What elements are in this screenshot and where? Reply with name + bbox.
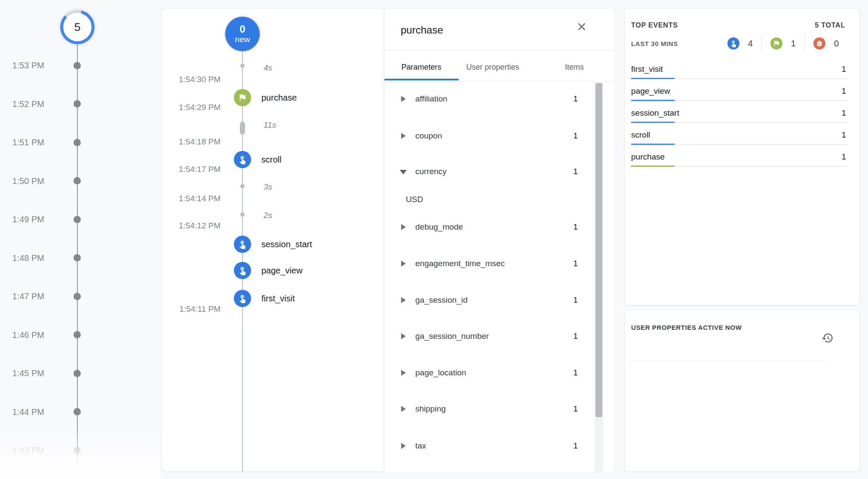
top-event-bar bbox=[631, 100, 847, 101]
scrollbar-thumb[interactable] bbox=[595, 83, 602, 417]
counter-value: 0 bbox=[834, 39, 839, 49]
debugview-page: 5 1:53 PM1:52 PM1:51 PM1:50 PM1:49 PM1:4… bbox=[0, 0, 868, 479]
tick-dot[interactable] bbox=[74, 293, 81, 300]
tick-label: 1:48 PM bbox=[0, 253, 44, 263]
expand-triangle-icon[interactable] bbox=[401, 96, 406, 102]
scrollbar-track[interactable] bbox=[595, 83, 603, 472]
tab-parameters[interactable]: Parameters bbox=[401, 62, 441, 72]
expand-triangle-icon[interactable] bbox=[401, 406, 406, 412]
stream-dot bbox=[240, 64, 245, 68]
user-properties-card: USER PROPERTIES ACTIVE NOW bbox=[624, 310, 860, 472]
top-event-bar bbox=[631, 144, 847, 145]
tick-dot[interactable] bbox=[74, 370, 81, 377]
stream-event-label[interactable]: scroll bbox=[261, 154, 282, 165]
stream-event-label[interactable]: page_view bbox=[261, 265, 303, 276]
conversion-event-icon[interactable] bbox=[234, 89, 251, 106]
parameter-name: page_location bbox=[415, 368, 466, 378]
tick-dot[interactable] bbox=[74, 408, 81, 415]
parameter-count: 1 bbox=[573, 166, 578, 177]
stream-event-label[interactable]: first_visit bbox=[261, 293, 295, 304]
tap-event-icon[interactable] bbox=[234, 151, 251, 168]
stream-duration: 4s bbox=[264, 63, 272, 73]
top-event-name: scroll bbox=[631, 130, 650, 140]
top-event-name: first_visit bbox=[631, 64, 663, 74]
tick-dot[interactable] bbox=[74, 447, 81, 454]
top-event-row[interactable]: first_visit1 bbox=[625, 59, 860, 81]
tap-event-icon[interactable] bbox=[234, 290, 251, 307]
collapse-triangle-icon[interactable] bbox=[400, 170, 407, 175]
top-event-bar-fill bbox=[631, 100, 675, 101]
top-event-bar-fill bbox=[631, 144, 675, 145]
tick-label: 1:43 PM bbox=[0, 445, 44, 455]
top-event-name: purchase bbox=[631, 152, 665, 162]
tick-dot[interactable] bbox=[74, 139, 81, 146]
stream-timestamp: 1:54:18 PM bbox=[162, 137, 221, 147]
tick-dot[interactable] bbox=[74, 100, 81, 107]
stream-dot bbox=[240, 212, 245, 217]
top-events-card: TOP EVENTS 5 TOTAL LAST 30 MINS 410 firs… bbox=[624, 8, 860, 305]
history-icon[interactable] bbox=[822, 332, 834, 344]
stream-pill bbox=[240, 122, 245, 135]
close-icon[interactable] bbox=[576, 21, 588, 33]
event-detail-panel: purchase ParametersUser propertiesItems … bbox=[384, 9, 614, 472]
tab-items[interactable]: Items bbox=[565, 62, 584, 72]
top-events-subtitle: LAST 30 MINS bbox=[631, 40, 678, 47]
expand-triangle-icon[interactable] bbox=[401, 370, 406, 376]
tick-dot[interactable] bbox=[74, 331, 81, 338]
parameter-count: 1 bbox=[573, 222, 578, 232]
tick-label: 1:50 PM bbox=[0, 176, 44, 186]
tick-dot[interactable] bbox=[74, 177, 81, 184]
expand-triangle-icon[interactable] bbox=[401, 261, 406, 267]
stream-timestamp: 1:54:12 PM bbox=[162, 221, 221, 230]
tick-label: 1:53 PM bbox=[0, 60, 44, 71]
top-event-name: session_start bbox=[631, 108, 679, 118]
tick-dot[interactable] bbox=[74, 62, 81, 69]
active-tab-underline bbox=[384, 79, 459, 80]
top-event-count: 1 bbox=[841, 108, 846, 118]
expand-triangle-icon[interactable] bbox=[401, 224, 406, 230]
tick-label: 1:45 PM bbox=[0, 368, 44, 378]
top-event-count: 1 bbox=[841, 86, 846, 96]
event-counter-value: 5 bbox=[63, 13, 92, 41]
parameter-count: 1 bbox=[573, 404, 578, 414]
divider bbox=[384, 50, 614, 50]
top-event-row[interactable]: session_start1 bbox=[625, 103, 860, 125]
top-events-title: TOP EVENTS bbox=[631, 21, 678, 29]
stream-event-label[interactable]: session_start bbox=[261, 239, 312, 249]
new-events-label: new bbox=[235, 35, 250, 44]
parameter-name: engagement_time_msec bbox=[415, 258, 505, 269]
parameter-name: debug_mode bbox=[415, 222, 463, 232]
stream-timestamp: 1:54:29 PM bbox=[162, 102, 221, 112]
event-counter-ring: 5 bbox=[60, 10, 95, 44]
top-event-row[interactable]: purchase1 bbox=[625, 147, 860, 169]
top-event-row[interactable]: page_view1 bbox=[625, 81, 860, 103]
expand-triangle-icon[interactable] bbox=[401, 333, 406, 339]
top-event-bar-fill bbox=[631, 166, 675, 167]
tap-icon bbox=[727, 37, 739, 49]
top-event-bar bbox=[631, 166, 847, 167]
tick-dot[interactable] bbox=[74, 254, 81, 261]
detail-title: purchase bbox=[401, 24, 443, 36]
tick-label: 1:52 PM bbox=[0, 99, 44, 109]
top-event-row[interactable]: scroll1 bbox=[625, 125, 860, 147]
tick-label: 1:51 PM bbox=[0, 137, 44, 147]
counter-divider bbox=[804, 35, 805, 52]
tab-user-properties[interactable]: User properties bbox=[466, 62, 519, 72]
parameter-count: 1 bbox=[573, 295, 578, 305]
stream-timestamp: 1:54:17 PM bbox=[162, 164, 221, 174]
parameter-name: ga_session_number bbox=[415, 331, 489, 341]
tick-dot[interactable] bbox=[74, 216, 81, 223]
tap-event-icon[interactable] bbox=[234, 236, 251, 253]
expand-triangle-icon[interactable] bbox=[401, 443, 406, 449]
tap-event-icon[interactable] bbox=[234, 262, 251, 279]
counter-value: 4 bbox=[748, 39, 753, 49]
parameter-count: 1 bbox=[573, 331, 578, 341]
top-event-bar-fill bbox=[631, 122, 675, 123]
expand-triangle-icon[interactable] bbox=[401, 133, 406, 139]
tick-label: 1:47 PM bbox=[0, 291, 44, 301]
expand-triangle-icon[interactable] bbox=[401, 297, 406, 303]
stream-event-label[interactable]: purchase bbox=[261, 92, 297, 103]
top-event-name: page_view bbox=[631, 86, 670, 96]
tick-label: 1:44 PM bbox=[0, 407, 44, 417]
new-events-badge[interactable]: 0 new bbox=[225, 17, 260, 51]
